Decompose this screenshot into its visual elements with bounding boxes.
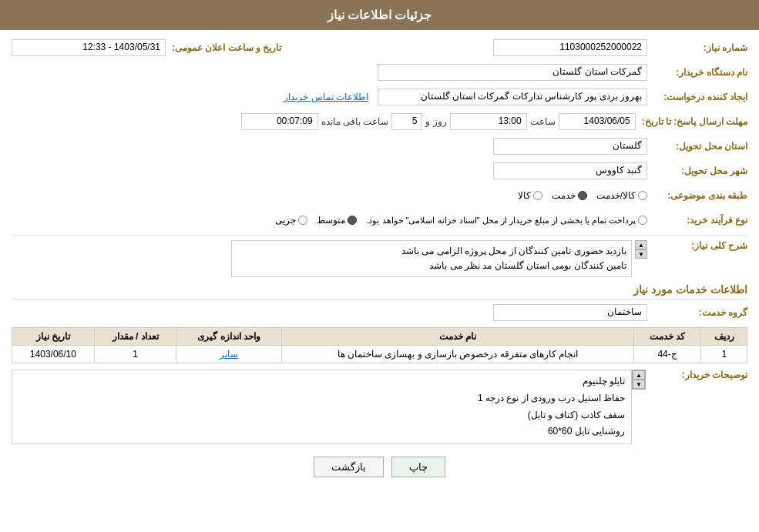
description-text: بازدید حضوری تامین کنندگان از محل پروژه …	[231, 240, 632, 277]
col-count: تعداد / مقدار	[94, 328, 176, 346]
purchase-medium-label: متوسط	[317, 215, 345, 226]
cell-name: انجام کارهای متفرقه درخصوص بازسازی و بهس…	[282, 346, 634, 363]
services-section-title: اطلاعات خدمات مورد نیاز	[12, 283, 747, 299]
purchase-note-label: پرداخت تمام یا بخشی از مبلغ خریدار از مح…	[366, 216, 636, 226]
deadline-days: 5	[391, 113, 422, 130]
service-group-label: گروه خدمت:	[647, 307, 747, 318]
category-kala-radio	[533, 191, 542, 200]
desc-line-2: تامین کنندگان بومی استان گلستان مد نظر م…	[237, 259, 626, 273]
cell-date: 1403/06/10	[12, 346, 95, 363]
notes-line-2: حفاظ استیل درب ورودی از نوع درجه 1	[18, 390, 625, 407]
need-number-value: 1103000252000022	[493, 39, 647, 56]
col-code: کد خدمت	[633, 328, 701, 346]
category-kala-service-label: کالا/خدمت	[596, 190, 636, 201]
desc-line-1: بازدید حضوری تامین کنندگان از محل پروژه …	[237, 244, 626, 259]
scroll-up-btn[interactable]: ▲	[635, 240, 647, 249]
purchase-note: پرداخت تمام یا بخشی از مبلغ خریدار از مح…	[366, 216, 647, 226]
contact-link[interactable]: اطلاعات تماس خریدار	[284, 92, 368, 102]
purchase-small-radio	[298, 216, 307, 225]
category-service-radio	[578, 191, 587, 200]
need-number-label: شماره نیاز:	[647, 42, 747, 53]
category-service-label: خدمت	[552, 190, 576, 201]
scroll-down-btn[interactable]: ▼	[635, 249, 647, 259]
table-row: 1 ج-44 انجام کارهای متفرقه درخصوص بازساز…	[12, 346, 747, 363]
deadline-days-label: روز و	[425, 116, 446, 127]
purchase-type-label: نوع فرآیند خرید:	[647, 215, 747, 226]
deadline-remain-label: ساعت باقی مانده	[321, 116, 389, 127]
announce-date-value: 1403/05/31 - 12:33	[12, 39, 166, 56]
purchase-small-label: جزیی	[275, 215, 296, 226]
deadline-date: 1403/06/05	[559, 113, 636, 130]
cell-code: ج-44	[633, 346, 701, 363]
col-unit: واحد اندازه گیری	[176, 328, 282, 346]
province-value: گلستان	[493, 138, 647, 155]
province-label: استان محل تحویل:	[647, 141, 747, 152]
buyer-desc-text: تایلو چلنیوم حفاظ استیل درب ورودی از نوع…	[12, 370, 632, 443]
notes-scroll[interactable]: ▲ ▼	[632, 370, 646, 390]
category-service[interactable]: خدمت	[552, 190, 587, 201]
service-group-value: ساختمان	[493, 304, 647, 321]
cell-unit[interactable]: سایر	[176, 346, 282, 363]
city-value: گنبد کاووس	[493, 162, 647, 179]
description-label: شرح کلی نیاز:	[647, 240, 747, 251]
category-options: کالا/خدمت خدمت کالا	[518, 190, 647, 201]
purchase-type-options: پرداخت تمام یا بخشی از مبلغ خریدار از مح…	[275, 215, 647, 226]
buyer-desc-label: توصیحات خریدار:	[647, 370, 747, 380]
col-row: ردیف	[701, 328, 747, 346]
deadline-remain: 00:07:09	[241, 113, 318, 130]
purchase-small[interactable]: جزیی	[275, 215, 307, 226]
requester-value: بهروز بردی پور کارشناس تدارکات گمرکات اس…	[378, 89, 647, 105]
purchase-medium-radio	[348, 216, 357, 225]
service-table: ردیف کد خدمت نام خدمت واحد اندازه گیری ت…	[12, 327, 747, 363]
requester-label: ایجاد کننده درخواست:	[647, 92, 747, 102]
deadline-label: مهلت ارسال پاسخ: تا تاریخ:	[636, 116, 747, 127]
col-name: نام خدمت	[282, 328, 634, 346]
buyer-org-label: نام دستگاه خریدار:	[647, 67, 747, 78]
buyer-org-value: گمرکات استان گلستان	[378, 64, 647, 81]
desc-scroll[interactable]: ▲ ▼	[635, 240, 647, 259]
deadline-time: 13:00	[450, 113, 527, 130]
page-header: جزئیات اطلاعات نیاز	[0, 0, 759, 30]
back-button[interactable]: بازگشت	[314, 457, 384, 477]
notes-scroll-down[interactable]: ▼	[633, 380, 645, 389]
category-label: طبقه بندی موضوعی:	[647, 190, 747, 201]
city-label: شهر محل تحویل:	[647, 166, 747, 176]
cell-row: 1	[701, 346, 747, 363]
category-kala[interactable]: کالا	[518, 190, 542, 201]
print-button[interactable]: چاپ	[391, 457, 445, 477]
notes-line-1: تایلو چلنیوم	[18, 373, 625, 390]
footer-buttons: چاپ بازگشت	[12, 457, 747, 477]
announce-date-label: تاریخ و ساعت اعلان عمومی:	[166, 42, 281, 53]
category-kala-service-radio	[638, 191, 647, 200]
purchase-medium[interactable]: متوسط	[317, 215, 357, 226]
deadline-time-label: ساعت	[530, 116, 556, 127]
category-kala-label: کالا	[518, 190, 531, 201]
notes-line-3: سقف کاذب (کناف و تایل)	[18, 407, 625, 424]
notes-line-4: روشنایی تایل 60*60	[18, 423, 625, 440]
purchase-note-radio	[638, 216, 647, 225]
notes-scroll-up[interactable]: ▲	[633, 370, 645, 380]
col-date: تاریخ نیاز	[12, 328, 95, 346]
category-kala-service[interactable]: کالا/خدمت	[596, 190, 647, 201]
cell-count: 1	[94, 346, 176, 363]
